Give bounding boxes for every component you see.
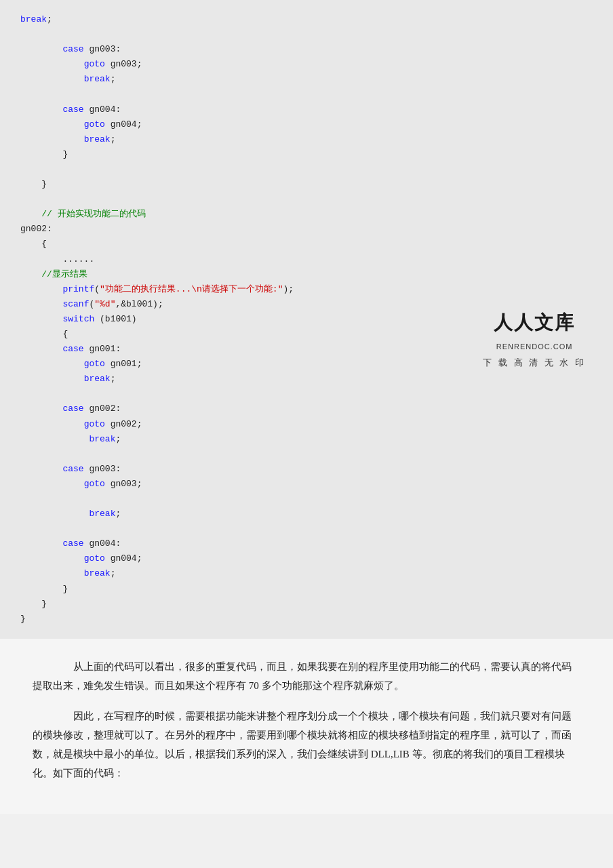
code-line bbox=[20, 521, 593, 536]
code-line bbox=[20, 387, 593, 401]
watermark: 人人文库 RENRENDOC.COM 下 载 高 清 无 水 印 bbox=[483, 307, 586, 370]
code-line: } bbox=[20, 147, 593, 162]
code-line: goto gn003; bbox=[20, 477, 593, 492]
code-line: case gn002: bbox=[20, 401, 593, 416]
code-line: ...... bbox=[20, 252, 593, 267]
text-content: 从上面的代码可以看出，很多的重复代码，而且，如果我要在别的程序里使用功能二的代码… bbox=[0, 639, 613, 814]
code-line: break; bbox=[20, 132, 593, 147]
code-line: break; bbox=[20, 372, 593, 387]
watermark-subtitle: 下 载 高 清 无 水 印 bbox=[483, 355, 586, 370]
code-line bbox=[20, 162, 593, 177]
code-line: } bbox=[20, 582, 593, 597]
code-line: goto gn003; bbox=[20, 57, 593, 72]
code-line: } bbox=[20, 597, 593, 612]
code-line bbox=[20, 192, 593, 207]
code-line: break; bbox=[20, 566, 593, 581]
code-line: goto gn004; bbox=[20, 117, 593, 132]
code-line: printf("功能二的执行结果...\n请选择下一个功能:"); bbox=[20, 282, 593, 297]
code-line: break; bbox=[20, 432, 593, 447]
code-line bbox=[20, 87, 593, 102]
code-line bbox=[20, 447, 593, 462]
code-line: case gn004: bbox=[20, 102, 593, 117]
code-line: goto gn004; bbox=[20, 551, 593, 566]
paragraph-2: 因此，在写程序的时候，需要根据功能来讲整个程序划分成一个个模块，哪个模块有问题，… bbox=[33, 707, 580, 783]
code-line: break; bbox=[20, 72, 593, 87]
code-line: goto gn002; bbox=[20, 417, 593, 432]
code-line: } bbox=[20, 612, 593, 627]
code-line bbox=[20, 492, 593, 507]
paragraph-1: 从上面的代码可以看出，很多的重复代码，而且，如果我要在别的程序里使用功能二的代码… bbox=[33, 658, 580, 696]
code-line: gn002: bbox=[20, 222, 593, 237]
code-line bbox=[20, 27, 593, 42]
code-line: //显示结果 bbox=[20, 267, 593, 282]
watermark-title: 人人文库 bbox=[483, 307, 586, 339]
code-line: } bbox=[20, 177, 593, 192]
code-line: { bbox=[20, 237, 593, 252]
watermark-url: RENRENDOC.COM bbox=[483, 340, 586, 353]
code-line: case gn003: bbox=[20, 462, 593, 477]
code-block: break; case gn003: goto gn003; break; ca… bbox=[0, 0, 613, 639]
code-line: break; bbox=[20, 12, 593, 27]
code-line: case gn004: bbox=[20, 536, 593, 551]
code-line: // 开始实现功能二的代码 bbox=[20, 207, 593, 222]
code-line: case gn003: bbox=[20, 42, 593, 57]
page-container: break; case gn003: goto gn003; break; ca… bbox=[0, 0, 613, 814]
code-line: break; bbox=[20, 507, 593, 521]
